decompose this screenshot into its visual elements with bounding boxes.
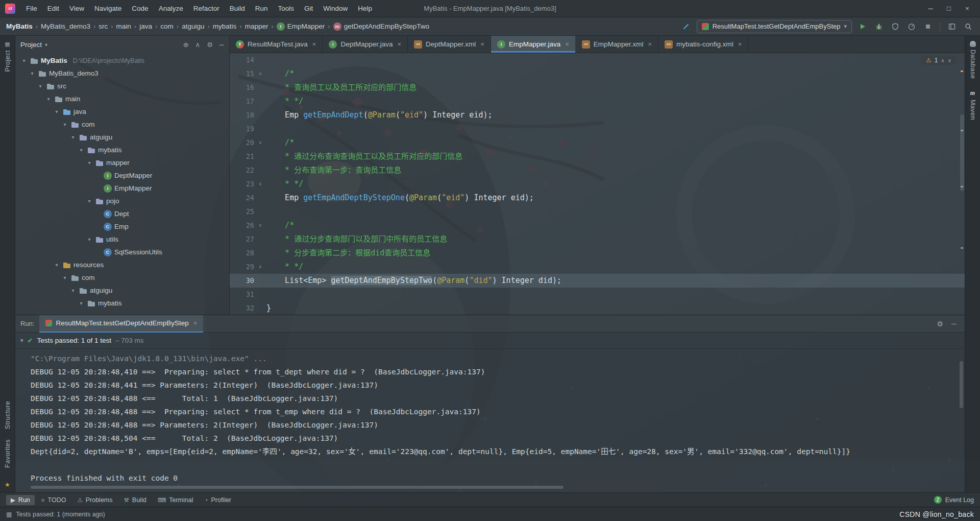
tree-item-deptmapper[interactable]: IDeptMapper [15, 169, 229, 182]
editor-tab-deptmapper-java[interactable]: IDeptMapper.java× [323, 36, 408, 53]
close-icon[interactable]: × [193, 319, 198, 327]
chevron-icon[interactable]: ▾ [53, 262, 60, 268]
editor-line[interactable]: 21 * 通过分布查询查询员工以及员工所对应的部门信息 [230, 150, 965, 163]
editor-line[interactable]: 25 [230, 205, 965, 219]
editor-line[interactable]: 29∧ * */ [230, 260, 965, 274]
chevron-icon[interactable]: ▾ [29, 70, 36, 76]
breadcrumb-item[interactable]: IEmpMapper [277, 22, 325, 31]
collapse-all-icon[interactable]: ∧ [195, 41, 201, 49]
horizontal-scrollbar[interactable] [31, 484, 949, 490]
event-log-button[interactable]: 2 Event Log [934, 496, 974, 504]
editor-line[interactable]: 24 Emp getEmpAndDeptByStepOne(@Param("ei… [230, 191, 965, 205]
editor-line[interactable]: 15∨ /* [230, 67, 965, 81]
breadcrumb-item[interactable]: mgetDeptAndEmpByStepTwo [333, 22, 429, 31]
close-tab-icon[interactable]: × [738, 40, 742, 48]
menu-git[interactable]: Git [300, 4, 317, 13]
toolwindow-problems[interactable]: ⚠Problems [72, 495, 117, 505]
profiler-button[interactable] [906, 21, 917, 32]
editor-line[interactable]: 32} [230, 301, 965, 315]
breadcrumb-item[interactable]: java [139, 22, 152, 30]
fold-icon[interactable]: ∨ [254, 219, 266, 232]
menu-edit[interactable]: Edit [43, 4, 64, 13]
minimize-button[interactable]: ─ [923, 5, 938, 12]
editor-scrollbar[interactable] [959, 53, 965, 315]
tree-item-src[interactable]: ▾src [15, 80, 229, 92]
next-issue-icon[interactable]: ∨ [948, 58, 951, 63]
menu-tools[interactable]: Tools [274, 4, 299, 13]
close-tab-icon[interactable]: × [397, 40, 401, 48]
toolwindow-run[interactable]: ▶Run [6, 495, 35, 505]
prev-issue-icon[interactable]: ∧ [941, 58, 944, 63]
run-button[interactable] [857, 21, 868, 32]
chevron-icon[interactable]: ▾ [78, 147, 85, 153]
search-everywhere-icon[interactable] [963, 21, 974, 32]
coverage-button[interactable] [890, 21, 901, 32]
tree-item-java[interactable]: ▾java [15, 105, 229, 118]
editor-line[interactable]: 17 * */ [230, 94, 965, 108]
quick-fix-icon[interactable] [680, 21, 692, 32]
editor-line[interactable]: 28 * 分步查询第二步：根据did查询员工信息 [230, 246, 965, 260]
menu-help[interactable]: Help [353, 4, 377, 13]
breadcrumb-item[interactable]: mybatis [213, 22, 237, 30]
toolwindow-switcher-icon[interactable]: ▦ [6, 511, 12, 518]
tree-item-mybatis[interactable]: ▾MyBatisD:\IDEA\projects\MyBatis [15, 54, 229, 67]
tree-item-main[interactable]: ▾main [15, 92, 229, 105]
chevron-icon[interactable]: ▾ [53, 109, 60, 114]
chevron-icon[interactable]: ▾ [20, 58, 28, 63]
toolwindow-profiler[interactable]: ◔Profiler [200, 495, 236, 505]
tree-item-mybatis[interactable]: ▾mybatis [15, 144, 229, 156]
project-panel-title[interactable]: Project [20, 41, 42, 49]
editor-line[interactable]: 18 Emp getEmpAndDept(@Param("eid") Integ… [230, 108, 965, 122]
editor-line[interactable]: 14 [230, 53, 965, 67]
console-output[interactable]: "C:\Program Files\Java\jdk1.8.0_131\bin\… [15, 349, 965, 484]
menu-build[interactable]: Build [225, 4, 250, 13]
settings-icon[interactable]: ⚙ [207, 41, 213, 49]
breadcrumb-item[interactable]: MyBatis [6, 22, 33, 30]
run-tab[interactable]: ResultMapTest.testGetDeptAndEmpByStep × [39, 315, 203, 333]
tree-item-dept[interactable]: CDept [15, 207, 229, 220]
chevron-icon[interactable]: ▾ [69, 288, 77, 293]
chevron-icon[interactable]: ▾ [45, 96, 52, 102]
tree-item-pojo[interactable]: ▾pojo [15, 195, 229, 207]
stripe-project[interactable]: ▦ Project [4, 41, 11, 72]
editor-tab-resultmaptest-java[interactable]: TResultMapTest.java× [230, 36, 323, 53]
editor-tab-empmapper-xml[interactable]: <>EmpMapper.xml× [576, 36, 658, 53]
tree-item-com[interactable]: ▾com [15, 118, 229, 131]
editor-line[interactable]: 22 * 分布查询第一步：查询员工信息 [230, 163, 965, 177]
close-tab-icon[interactable]: × [312, 40, 316, 48]
breadcrumb-item[interactable]: com [160, 22, 174, 30]
tree-item-com[interactable]: ▾com [15, 271, 229, 284]
scrollbar-thumb[interactable] [31, 486, 564, 489]
stripe-favorites[interactable]: Favorites [4, 439, 11, 468]
chevron-icon[interactable]: ▾ [86, 198, 93, 204]
chevron-icon[interactable]: ▾ [61, 275, 68, 280]
settings-icon[interactable]: ⚙ [937, 320, 944, 328]
editor-line[interactable]: 26∨ /* [230, 219, 965, 232]
tree-item-sqlsessionutils[interactable]: CSqlSessionUtils [15, 246, 229, 258]
hide-panel-icon[interactable]: ─ [219, 41, 224, 49]
toolwindow-todo[interactable]: ≡TODO [37, 495, 71, 505]
chevron-icon[interactable]: ▾ [37, 83, 44, 89]
status-message[interactable]: Tests passed: 1 (moments ago) [16, 511, 105, 518]
tree-item-resources[interactable]: ▾resources [15, 258, 229, 271]
chevron-down-icon[interactable]: ▾ [45, 42, 47, 48]
chevron-icon[interactable]: ▾ [69, 134, 77, 140]
fold-icon[interactable]: ∨ [254, 67, 266, 81]
breadcrumb-item[interactable]: MyBatis_demo3 [41, 22, 90, 30]
run-config-selector[interactable]: ResultMapTest.testGetDeptAndEmpByStep ▾ [697, 20, 852, 33]
tree-item-mybatis_demo3[interactable]: ▾MyBatis_demo3 [15, 67, 229, 80]
close-tab-icon[interactable]: × [565, 40, 569, 48]
tree-item-emp[interactable]: CEmp [15, 220, 229, 233]
editor-line[interactable]: 30 List<Emp> getDeptAndEmpByStepTwo(@Par… [230, 274, 965, 288]
tree-item-empmapper[interactable]: IEmpMapper [15, 182, 229, 195]
tree-item-utils[interactable]: ▾utils [15, 233, 229, 246]
scrollbar-thumb[interactable] [960, 361, 963, 408]
tree-item-mybatis[interactable]: ▾mybatis [15, 297, 229, 310]
editor-line[interactable]: 31 [230, 288, 965, 301]
code-editor[interactable]: ⚠ 1 ∧ ∨ 1415∨ /*16 * 查询员工以及员 [230, 53, 965, 315]
editor-line[interactable]: 27 * 通过分步查询部门以及部门中所有的员工信息 [230, 232, 965, 246]
debug-button[interactable] [873, 21, 885, 32]
stop-button[interactable] [922, 21, 934, 32]
menu-file[interactable]: File [21, 4, 42, 13]
editor-line[interactable]: 19 [230, 122, 965, 136]
